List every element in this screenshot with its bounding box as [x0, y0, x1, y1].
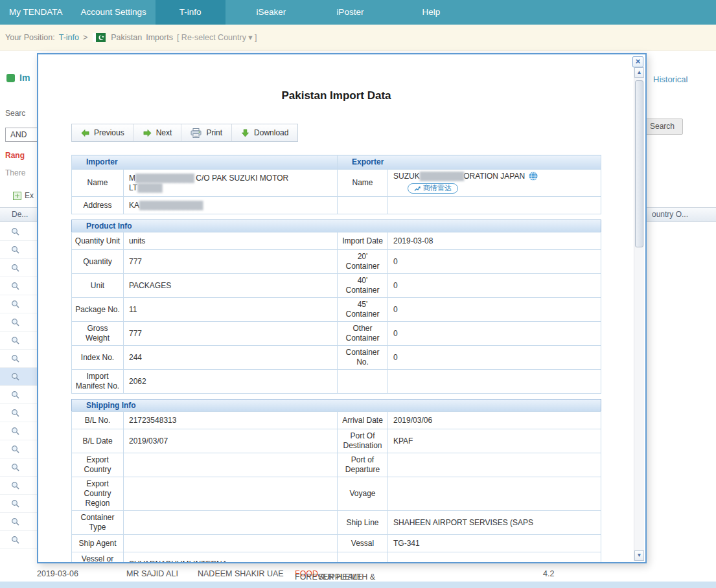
result-row[interactable]: [0, 495, 37, 513]
field-label: Port of Departure: [338, 453, 388, 477]
column-header-description[interactable]: De...: [0, 207, 37, 222]
shipping-info-header: Shipping Info: [71, 399, 601, 411]
field-label: 40' Container: [338, 274, 388, 298]
export-button-label: Ex: [25, 191, 34, 200]
exporter-name-post: ORATION JAPAN: [463, 172, 525, 181]
field-value: 0: [388, 298, 601, 322]
magnifier-icon[interactable]: [11, 282, 19, 290]
magnifier-icon[interactable]: [11, 245, 19, 254]
magnifier-icon[interactable]: [11, 427, 19, 435]
info-row: Gross Weight777Other Container0: [72, 322, 601, 346]
importer-name-label: Name: [72, 170, 124, 197]
radar-badge[interactable]: 商情雷达: [408, 183, 458, 194]
result-row[interactable]: [0, 277, 37, 295]
search-form-label: Searc: [5, 109, 25, 118]
exporter-empty-value: [388, 197, 601, 214]
info-row: UnitPACKAGES40' Container0: [72, 274, 601, 298]
nav-help[interactable]: Help: [421, 0, 441, 25]
field-label: 45' Container: [338, 298, 388, 322]
nav-my-tendata[interactable]: My TENDATA: [8, 0, 64, 25]
breadcrumb-separator: >: [83, 33, 87, 42]
importer-address-pre: KA: [129, 201, 139, 210]
magnifier-icon[interactable]: [11, 536, 19, 544]
nav-iposter[interactable]: iPoster: [335, 0, 365, 25]
toolbar: Previous Next Print Download: [71, 124, 298, 142]
imports-tab-icon: [6, 74, 15, 82]
download-label: Download: [254, 128, 288, 137]
magnifier-icon[interactable]: [11, 390, 19, 399]
scroll-down-icon[interactable]: ▼: [634, 550, 644, 561]
scroll-up-icon[interactable]: ▲: [634, 67, 644, 78]
result-row[interactable]: [0, 531, 37, 549]
historical-link[interactable]: Historical: [653, 74, 687, 84]
field-value: 2019/03/07: [124, 429, 338, 453]
modal-scrollbar[interactable]: ▲ ▼: [634, 67, 644, 561]
nav-t-info[interactable]: T-info: [156, 0, 225, 25]
close-icon[interactable]: ×: [632, 56, 643, 67]
result-row[interactable]: [0, 332, 37, 350]
field-value: [124, 477, 338, 511]
result-row[interactable]: [0, 422, 37, 440]
field-label: Quantity: [72, 250, 124, 274]
globe-icon[interactable]: [529, 172, 538, 181]
magnifier-icon[interactable]: [11, 481, 19, 490]
magnifier-icon[interactable]: [11, 517, 19, 526]
info-row: Import Manifest No.2062: [72, 370, 601, 394]
next-button[interactable]: Next: [134, 124, 182, 141]
result-row[interactable]: [0, 223, 37, 241]
magnifier-icon[interactable]: [11, 409, 19, 417]
magnifier-icon[interactable]: [11, 227, 19, 236]
result-row[interactable]: [0, 477, 37, 495]
magnifier-icon[interactable]: [11, 264, 19, 272]
result-row[interactable]: [0, 241, 37, 259]
magnifier-icon[interactable]: [11, 318, 19, 326]
field-value: 2019-03-08: [388, 232, 601, 250]
nav-account-settings[interactable]: Account Settings: [80, 0, 148, 25]
exporter-name-pre: SUZUK: [393, 172, 420, 181]
range-label: Rang: [5, 151, 25, 160]
download-icon: [241, 129, 249, 137]
importer-name-mid: C/O PAK SUZUKI MOTOR: [194, 174, 288, 183]
search-button[interactable]: Search: [641, 119, 683, 135]
magnifier-icon[interactable]: [11, 300, 19, 308]
magnifier-icon[interactable]: [11, 463, 19, 471]
field-label: Vessel or Flight Origin: [72, 552, 124, 563]
result-row[interactable]: [0, 368, 37, 386]
result-row[interactable]: [0, 440, 37, 458]
breadcrumb-tinfo-link[interactable]: T-info: [59, 33, 79, 42]
result-row[interactable]: [0, 295, 37, 313]
export-button[interactable]: Ex: [13, 191, 34, 200]
importer-name-value: M████████████ C/O PAK SUZUKI MOTOR LT███…: [124, 170, 338, 197]
magnifier-icon[interactable]: [11, 354, 19, 363]
info-row: Vessel or Flight OriginSUVARNABHUMI INTE…: [72, 552, 601, 563]
scrollbar-thumb[interactable]: [635, 80, 643, 247]
magnifier-icon[interactable]: [11, 445, 19, 453]
nav-iseaker[interactable]: iSeaker: [255, 0, 288, 25]
magnifier-icon[interactable]: [11, 336, 19, 345]
visible-result-row[interactable]: 2019-03-06 MR SAJID ALI NADEEM SHAKIR UA…: [0, 566, 716, 582]
field-label: Index No.: [72, 346, 124, 370]
result-row[interactable]: [0, 404, 37, 422]
result-row[interactable]: [0, 350, 37, 368]
print-button[interactable]: Print: [181, 124, 232, 141]
field-value: 777: [124, 322, 338, 346]
field-value: PACKAGES: [124, 274, 338, 298]
previous-button[interactable]: Previous: [72, 124, 134, 141]
imports-tab[interactable]: Im: [6, 73, 30, 83]
field-value: 2062: [124, 370, 338, 394]
field-value: 0: [388, 322, 601, 346]
reselect-country-dropdown[interactable]: [ Re-select Country ▾ ]: [177, 32, 257, 42]
download-button[interactable]: Download: [232, 124, 297, 141]
magnifier-icon[interactable]: [11, 499, 19, 508]
field-value: 0: [388, 250, 601, 274]
result-row[interactable]: [0, 386, 37, 404]
result-row[interactable]: [0, 259, 37, 277]
previous-label: Previous: [94, 128, 124, 137]
row-exporter: NADEEM SHAKIR UAE: [198, 569, 284, 578]
result-row[interactable]: [0, 313, 37, 332]
exporter-name-value: SUZUK█████████ORATION JAPAN 商情雷达: [388, 170, 601, 197]
result-row[interactable]: [0, 513, 37, 531]
column-header-country-origin[interactable]: ountry O...: [647, 207, 716, 222]
magnifier-icon[interactable]: [11, 372, 19, 381]
result-row[interactable]: [0, 458, 37, 477]
